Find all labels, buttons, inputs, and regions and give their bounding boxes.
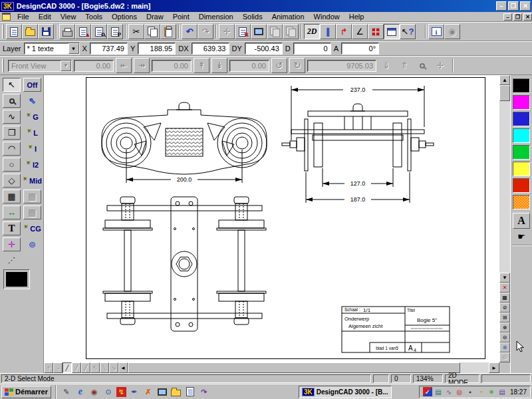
folder-app-icon[interactable] — [170, 386, 182, 398]
point-tool-button[interactable]: ✛ — [3, 237, 21, 251]
tray-wave-icon[interactable]: ∿ — [444, 387, 454, 396]
monitor-app-icon[interactable] — [156, 386, 168, 398]
snap-gravity-button[interactable]: G — [23, 110, 41, 124]
box-tool-button[interactable]: ❒ — [3, 126, 21, 140]
tray-update-icon[interactable]: ✳ — [487, 387, 496, 396]
snap-midpoint-button[interactable]: Mid — [23, 174, 41, 188]
close-view-button[interactable]: ✕ — [499, 283, 510, 293]
select-multiple-button[interactable]: ⇖ — [23, 94, 41, 108]
d-field[interactable]: 0 — [293, 43, 331, 55]
text-tool-button[interactable]: T — [3, 221, 21, 235]
chevron-down-icon[interactable]: ▼ — [68, 43, 79, 54]
cut-button[interactable]: ✂ — [128, 24, 144, 39]
menu-tools[interactable]: Tools — [80, 12, 107, 22]
camera-zoom-button[interactable] — [414, 58, 430, 73]
color-swatch-cyan[interactable] — [513, 128, 530, 143]
view-dropdown[interactable]: Front View ▼ — [8, 60, 72, 72]
draw-mode-button-8[interactable]: ↘ — [109, 362, 118, 373]
document-app-icon[interactable] — [184, 386, 196, 398]
mdi-restore-button[interactable]: ❐ — [513, 13, 522, 21]
vertical-scroll-thumb[interactable] — [499, 85, 510, 101]
view-up-button[interactable]: ⇑ — [396, 58, 412, 73]
camera-down-button[interactable]: ↡ — [211, 58, 227, 73]
axes-button[interactable]: ↱ — [336, 24, 352, 39]
snap-line-button[interactable]: L — [23, 126, 41, 140]
camera-up-button[interactable]: ↟ — [194, 58, 209, 73]
horizontal-scroll-thumb[interactable] — [128, 362, 460, 373]
dy-field[interactable]: -500.43 — [245, 43, 283, 55]
document-icon[interactable] — [2, 13, 11, 21]
taskbar-task-designcad[interactable]: 3K DesignCAD 3000 - [B... — [299, 386, 392, 398]
snap-intersect-1-button[interactable]: I — [23, 142, 41, 156]
status-2d-mode[interactable]: 2D MODE — [445, 374, 479, 383]
tray-printer-icon[interactable]: ▤ — [497, 387, 507, 396]
draw-mode-button-7[interactable]: ╲ — [100, 362, 109, 373]
toolbar-handle[interactable] — [2, 59, 4, 72]
restore-button[interactable]: ❐ — [508, 1, 519, 11]
horizontal-scrollbar[interactable]: † → ╱ ╱ ╱ ↖ ╲ ↘ ◄ ► — [44, 362, 499, 373]
zoom-in-button[interactable]: ⊕ — [499, 323, 510, 332]
view-down-button[interactable]: ⇓ — [378, 58, 394, 73]
info-button[interactable]: i — [428, 24, 444, 39]
search-app-icon[interactable]: ⊙ — [102, 386, 114, 398]
internet-explorer-icon[interactable]: e — [74, 386, 86, 398]
grid-toggle-button[interactable]: ▦ — [499, 293, 510, 303]
snap-center-gravity-button[interactable]: CG — [23, 221, 41, 235]
slope-button[interactable]: ∠ — [352, 24, 368, 39]
dx-field[interactable]: 639.33 — [192, 43, 229, 55]
menu-file[interactable]: File — [13, 12, 34, 22]
text-style-button[interactable]: A — [513, 213, 530, 229]
draw-mode-button-5[interactable]: ╱ — [81, 362, 90, 373]
camera-app-icon[interactable]: ◉ — [88, 386, 100, 398]
2d-mode-button[interactable]: 2D — [304, 24, 320, 39]
snap-intersect-2-button[interactable]: I2 — [23, 158, 41, 172]
plot-button[interactable]: P — [107, 24, 123, 39]
tray-network-icon[interactable]: ▤ — [434, 387, 443, 396]
select-tool-button[interactable]: ↖ — [3, 78, 21, 92]
draw-app-icon[interactable]: ✗ — [142, 386, 154, 398]
tray-scheduler-icon[interactable]: ◔ — [476, 387, 485, 396]
context-help-button[interactable]: ↖? — [400, 24, 416, 39]
chevron-down-icon[interactable]: ▼ — [61, 61, 71, 71]
polygon-tool-button[interactable]: ◇ — [3, 174, 21, 188]
menu-options[interactable]: Options — [107, 12, 142, 22]
mdi-close-button[interactable]: ✕ — [523, 13, 532, 21]
current-color-swatch[interactable] — [3, 269, 30, 289]
pan-x-field[interactable]: 0.00 — [74, 60, 114, 72]
menu-draw[interactable]: Draw — [142, 12, 168, 22]
reload-button[interactable]: R — [235, 24, 251, 39]
menu-edit[interactable]: Edit — [34, 12, 56, 22]
dimension-tool-button[interactable]: ↔ — [3, 205, 21, 219]
view-pan-button[interactable]: ✛ — [432, 58, 448, 73]
grid-snap-button[interactable]: ▦ — [23, 190, 41, 203]
rotate-field[interactable]: 0.00 — [229, 60, 269, 72]
menu-animation[interactable]: Animation — [267, 12, 309, 22]
point-select-button[interactable]: ✛ — [219, 24, 235, 39]
open-button[interactable] — [22, 24, 38, 39]
parallel-button[interactable]: ∥ — [320, 24, 336, 39]
draw-mode-button-3[interactable]: ╱ — [63, 362, 72, 373]
window-view-button[interactable] — [384, 24, 400, 39]
rotate-right-button[interactable]: ↻ — [289, 58, 305, 73]
new-button[interactable] — [6, 24, 22, 39]
print-preview-button[interactable]: ▴ — [75, 24, 91, 39]
color-swatch-red[interactable] — [513, 178, 530, 193]
menu-view[interactable]: View — [56, 12, 81, 22]
snap-tangent-button[interactable]: ⊚ — [23, 237, 41, 251]
rotate-left-button[interactable]: ↺ — [271, 58, 287, 73]
polyline-tool-button[interactable]: ∿ — [3, 110, 21, 124]
draw-mode-button-1[interactable]: † — [44, 362, 53, 373]
menu-point[interactable]: Point — [168, 12, 194, 22]
zoom-tool-button[interactable] — [3, 94, 21, 108]
zoom-previous-button[interactable]: ⊘ — [499, 303, 510, 313]
pan-y-field[interactable]: 0.00 — [152, 60, 192, 72]
display-button[interactable] — [251, 24, 267, 39]
color-swatch-green[interactable] — [513, 145, 530, 160]
quicklaunch-notes-icon[interactable]: ✎ — [61, 386, 72, 398]
zoom-extents-button[interactable]: ⊛ — [499, 342, 510, 352]
drawing-canvas[interactable]: 200.0 237.0 127.0 187.0 Schaal : 1/1 Ond… — [44, 75, 499, 362]
hand-pointer-icon[interactable]: ☛ — [517, 231, 525, 241]
color-swatch-magenta[interactable] — [513, 95, 530, 110]
distance-field[interactable]: 9705.03 — [307, 60, 376, 72]
zoom-scale-button[interactable]: ⊙ — [499, 352, 510, 362]
